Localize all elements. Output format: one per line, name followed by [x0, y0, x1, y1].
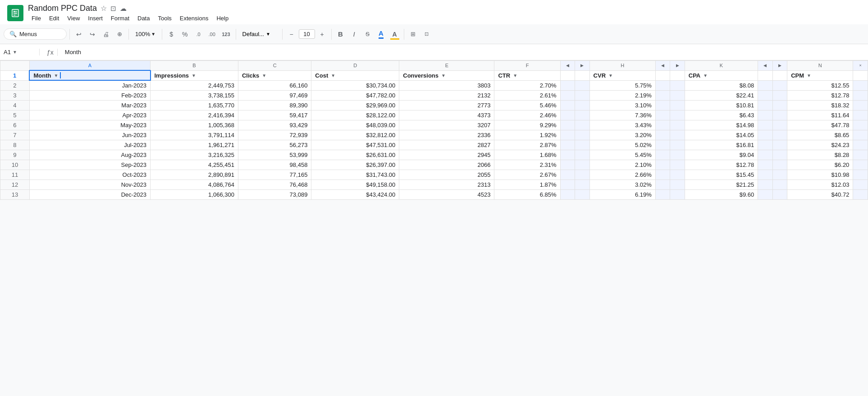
col-header-H-collapse[interactable]: ◀	[655, 61, 670, 71]
cell-F13[interactable]: 6.85%	[494, 189, 560, 199]
cell-N10[interactable]: $6.20	[787, 160, 853, 170]
cell-F4[interactable]: 5.46%	[494, 100, 560, 110]
cell-H4[interactable]: 3.10%	[589, 100, 655, 110]
col-header-A[interactable]: A	[29, 61, 150, 71]
cell-E7[interactable]: 2336	[399, 130, 494, 140]
menu-help[interactable]: Help	[213, 14, 232, 23]
cell-K5[interactable]: $6.43	[685, 110, 758, 120]
menu-extensions[interactable]: Extensions	[176, 14, 212, 23]
cell-N13[interactable]: $40.72	[787, 189, 853, 199]
cell-D5[interactable]: $28,122.00	[311, 110, 399, 120]
paint-format-button[interactable]: ⊕	[113, 28, 126, 41]
col-header-N[interactable]: N	[787, 61, 853, 71]
cell-H2[interactable]: 5.75%	[589, 80, 655, 90]
spreadsheet-container[interactable]: A B C D E F ◀ ▶ H ◀ ▶ K ◀ ▶ N × 1	[0, 60, 868, 393]
cell-C12[interactable]: 76,468	[238, 180, 311, 189]
cell-B13[interactable]: 1,066,300	[151, 189, 238, 199]
cell-C2[interactable]: 66,160	[238, 80, 311, 90]
menu-format[interactable]: Format	[107, 14, 133, 23]
cell-H7[interactable]: 3.20%	[589, 130, 655, 140]
cell-F7[interactable]: 1.92%	[494, 130, 560, 140]
cell-E9[interactable]: 2945	[399, 150, 494, 160]
cell-K4[interactable]: $10.81	[685, 100, 758, 110]
cell-F6[interactable]: 9.29%	[494, 120, 560, 130]
col-header-B[interactable]: B	[151, 61, 238, 71]
cell-F3[interactable]: 2.61%	[494, 90, 560, 100]
cell-E10[interactable]: 2066	[399, 160, 494, 170]
cell-E5[interactable]: 4373	[399, 110, 494, 120]
cell-H1[interactable]: CVR ▼	[589, 70, 655, 80]
cell-D6[interactable]: $48,039.00	[311, 120, 399, 130]
font-size-input[interactable]: 10	[299, 29, 315, 39]
cell-B6[interactable]: 1,005,368	[151, 120, 238, 130]
currency-button[interactable]: $	[165, 28, 178, 41]
cell-C3[interactable]: 97,469	[238, 90, 311, 100]
cell-N7[interactable]: $8.65	[787, 130, 853, 140]
cell-N5[interactable]: $11.64	[787, 110, 853, 120]
cell-C7[interactable]: 72,939	[238, 130, 311, 140]
cell-A5[interactable]: Apr-2023	[29, 110, 150, 120]
cell-H6[interactable]: 3.43%	[589, 120, 655, 130]
font-name-button[interactable]: Defaul... ▼	[239, 29, 279, 39]
cell-F2[interactable]: 2.70%	[494, 80, 560, 90]
cell-E2[interactable]: 3803	[399, 80, 494, 90]
cell-B11[interactable]: 2,890,891	[151, 170, 238, 180]
cell-F8[interactable]: 2.87%	[494, 140, 560, 150]
cell-C8[interactable]: 56,273	[238, 140, 311, 150]
cell-K2[interactable]: $8.08	[685, 80, 758, 90]
cell-E13[interactable]: 4523	[399, 189, 494, 199]
number-format-button[interactable]: 123	[219, 28, 233, 41]
cost-filter-icon[interactable]: ▼	[331, 73, 335, 78]
cell-A2[interactable]: Jan-2023	[29, 80, 150, 90]
cell-K3[interactable]: $22.41	[685, 90, 758, 100]
italic-button[interactable]: I	[348, 28, 361, 41]
cell-A3[interactable]: Feb-2023	[29, 90, 150, 100]
cell-N2[interactable]: $12.55	[787, 80, 853, 90]
cell-C9[interactable]: 53,999	[238, 150, 311, 160]
font-size-decrease-button[interactable]: −	[285, 28, 298, 41]
cell-D12[interactable]: $49,158.00	[311, 180, 399, 189]
cell-E4[interactable]: 2773	[399, 100, 494, 110]
cell-C1[interactable]: Clicks ▼	[238, 70, 311, 80]
menu-insert[interactable]: Insert	[84, 14, 106, 23]
col-header-K-collapse[interactable]: ◀	[758, 61, 772, 71]
menu-edit[interactable]: Edit	[46, 14, 63, 23]
cell-A6[interactable]: May-2023	[29, 120, 150, 130]
cell-D4[interactable]: $29,969.00	[311, 100, 399, 110]
cell-B7[interactable]: 3,791,114	[151, 130, 238, 140]
cell-A11[interactable]: Oct-2023	[29, 170, 150, 180]
cell-A1[interactable]: Month ▼	[29, 70, 150, 80]
cell-D2[interactable]: $30,734.00	[311, 80, 399, 90]
conversions-filter-icon[interactable]: ▼	[441, 73, 446, 78]
cell-B8[interactable]: 1,961,271	[151, 140, 238, 150]
font-size-increase-button[interactable]: +	[316, 28, 329, 41]
cell-H3[interactable]: 2.19%	[589, 90, 655, 100]
cell-D11[interactable]: $31,743.00	[311, 170, 399, 180]
cell-C13[interactable]: 73,089	[238, 189, 311, 199]
search-input[interactable]: 🔍 Menus	[4, 28, 67, 40]
cell-K12[interactable]: $21.25	[685, 180, 758, 189]
cell-K11[interactable]: $15.45	[685, 170, 758, 180]
decimal-less-button[interactable]: .0	[192, 28, 205, 41]
cell-A10[interactable]: Sep-2023	[29, 160, 150, 170]
cell-N8[interactable]: $24.23	[787, 140, 853, 150]
cell-F9[interactable]: 1.68%	[494, 150, 560, 160]
cell-D7[interactable]: $32,812.00	[311, 130, 399, 140]
cell-F1[interactable]: CTR ▼	[494, 70, 560, 80]
merge-button[interactable]: ⊡	[420, 28, 433, 41]
folder-icon[interactable]: ⊡	[110, 5, 116, 13]
cell-F11[interactable]: 2.67%	[494, 170, 560, 180]
menu-view[interactable]: View	[64, 14, 83, 23]
cell-N4[interactable]: $18.32	[787, 100, 853, 110]
col-header-F[interactable]: F	[494, 61, 560, 71]
cell-C11[interactable]: 77,165	[238, 170, 311, 180]
cell-A7[interactable]: Jun-2023	[29, 130, 150, 140]
cell-E12[interactable]: 2313	[399, 180, 494, 189]
cell-B10[interactable]: 4,255,451	[151, 160, 238, 170]
borders-button[interactable]: ⊞	[407, 28, 420, 41]
cell-H11[interactable]: 2.66%	[589, 170, 655, 180]
cell-A4[interactable]: Mar-2023	[29, 100, 150, 110]
print-button[interactable]: 🖨	[100, 28, 112, 41]
highlight-button[interactable]: A	[388, 28, 401, 41]
cell-K8[interactable]: $16.81	[685, 140, 758, 150]
